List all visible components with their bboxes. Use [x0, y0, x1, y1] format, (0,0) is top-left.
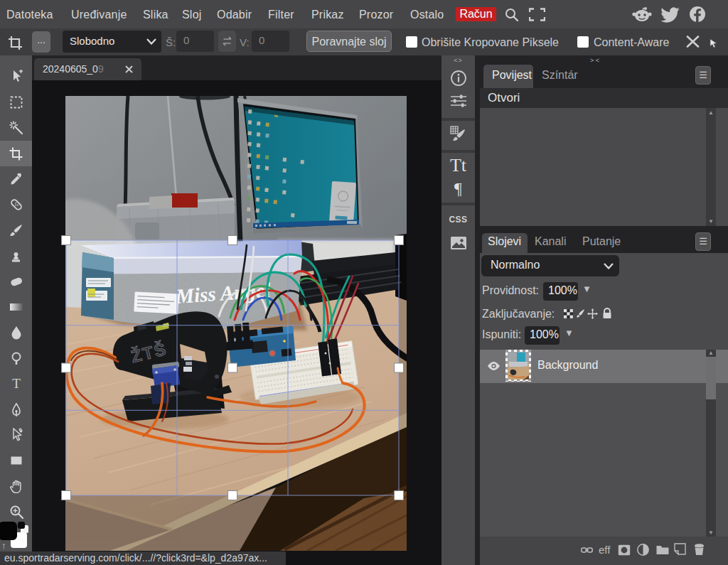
- svg-text:T: T: [12, 377, 21, 390]
